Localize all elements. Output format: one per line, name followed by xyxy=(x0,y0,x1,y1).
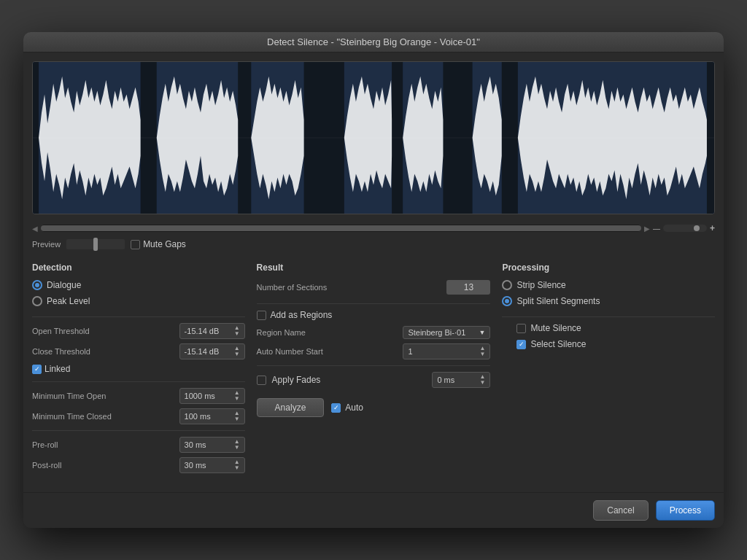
apply-fades-checkbox[interactable] xyxy=(257,376,266,385)
titlebar: Detect Silence - "Steinberg Big Orange -… xyxy=(23,32,724,52)
analyze-button[interactable]: Analyze xyxy=(257,398,325,417)
scroll-right-icon[interactable]: ▶ xyxy=(644,225,650,233)
pre-roll-value: 30 ms xyxy=(185,440,206,449)
min-time-closed-label: Minimum Time Closed xyxy=(32,412,112,421)
zoom-out-icon[interactable]: — xyxy=(653,225,660,233)
processing-divider xyxy=(502,316,715,317)
close-threshold-value: -15.14 dB xyxy=(185,347,220,356)
mute-silence-checkbox[interactable] xyxy=(516,324,526,333)
open-threshold-row: Open Threshold -15.14 dB ▲ ▼ xyxy=(32,323,245,339)
result-divider-2 xyxy=(257,365,491,366)
post-roll-stepper[interactable]: ▲ ▼ xyxy=(234,459,240,471)
split-silent-label: Split Silent Segments xyxy=(516,296,600,306)
apply-fades-stepper[interactable]: ▲ ▼ xyxy=(479,374,485,386)
min-time-open-value: 1000 ms xyxy=(185,392,215,400)
dialogue-radio[interactable]: Dialogue xyxy=(32,280,245,290)
auto-number-start-label: Auto Number Start xyxy=(257,347,323,356)
pre-roll-down[interactable]: ▼ xyxy=(234,445,240,451)
sections-badge: 13 xyxy=(446,280,490,295)
cancel-button[interactable]: Cancel xyxy=(593,500,648,521)
close-threshold-down[interactable]: ▼ xyxy=(234,351,240,357)
min-time-closed-value: 100 ms xyxy=(185,412,211,421)
open-threshold-stepper[interactable]: ▲ ▼ xyxy=(234,325,240,337)
select-silence-label: Select Silence xyxy=(530,339,586,349)
region-name-dropdown[interactable]: Steinberg Bi-·01 ▼ xyxy=(403,326,490,339)
panels-row: Detection Dialogue Peak Level Open Thres… xyxy=(32,257,715,483)
scrollbar-thumb xyxy=(41,225,641,231)
linked-label: Linked xyxy=(44,364,70,374)
min-time-open-label: Minimum Time Open xyxy=(32,392,106,400)
peak-level-radio[interactable]: Peak Level xyxy=(32,296,245,306)
region-name-label: Region Name xyxy=(257,328,306,337)
min-time-open-stepper[interactable]: ▲ ▼ xyxy=(234,390,240,402)
linked-checkbox[interactable] xyxy=(32,365,42,374)
waveform-svg xyxy=(33,62,714,214)
apply-fades-down[interactable]: ▼ xyxy=(479,380,485,386)
mute-silence-label: Mute Silence xyxy=(530,323,581,333)
close-threshold-row: Close Threshold -15.14 dB ▲ ▼ xyxy=(32,343,245,359)
split-silent-segments-radio[interactable]: Split Silent Segments xyxy=(502,296,715,306)
close-threshold-input[interactable]: -15.14 dB ▲ ▼ xyxy=(179,343,245,359)
open-threshold-down[interactable]: ▼ xyxy=(234,331,240,337)
min-time-open-down[interactable]: ▼ xyxy=(234,396,240,402)
add-as-regions-row[interactable]: Add as Regions xyxy=(257,310,491,320)
main-window: Detect Silence - "Steinberg Big Orange -… xyxy=(23,32,724,528)
result-divider-1 xyxy=(257,303,491,304)
open-threshold-label: Open Threshold xyxy=(32,327,90,335)
post-roll-down[interactable]: ▼ xyxy=(234,465,240,471)
processing-title: Processing xyxy=(502,262,715,273)
mute-gaps-control[interactable]: Mute Gaps xyxy=(131,239,186,249)
apply-fades-value: 0 ms xyxy=(437,376,454,384)
mute-gaps-checkbox[interactable] xyxy=(131,240,140,249)
strip-silence-radio[interactable]: Strip Silence xyxy=(502,280,715,290)
min-time-open-input[interactable]: 1000 ms ▲ ▼ xyxy=(179,388,245,404)
zoom-slider[interactable] xyxy=(663,225,707,232)
auto-checkbox[interactable] xyxy=(331,403,341,413)
auto-number-start-input[interactable]: 1 ▲ ▼ xyxy=(403,343,490,359)
apply-fades-label: Apply Fades xyxy=(272,375,321,385)
open-threshold-value: -15.14 dB xyxy=(185,327,220,335)
scroll-left-icon[interactable]: ◀ xyxy=(32,225,38,233)
dialogue-radio-circle xyxy=(32,280,42,290)
select-silence-row[interactable]: Select Silence xyxy=(502,339,715,349)
zoom-slider-thumb xyxy=(694,225,700,231)
waveform-display xyxy=(32,61,715,214)
sections-label: Number of Sections xyxy=(257,283,328,292)
mute-gaps-label: Mute Gaps xyxy=(143,239,186,249)
open-threshold-input[interactable]: -15.14 dB ▲ ▼ xyxy=(179,323,245,339)
auto-number-down[interactable]: ▼ xyxy=(479,351,485,357)
auto-label: Auto xyxy=(345,402,363,413)
zoom-in-icon[interactable]: + xyxy=(710,223,715,233)
preview-row: Preview Mute Gaps xyxy=(32,236,715,257)
preview-slider-thumb xyxy=(93,238,98,251)
select-silence-checkbox[interactable] xyxy=(516,340,526,349)
result-title: Result xyxy=(257,262,491,273)
close-threshold-stepper[interactable]: ▲ ▼ xyxy=(234,346,240,357)
apply-fades-row: Apply Fades 0 ms ▲ ▼ xyxy=(257,372,491,388)
min-time-closed-row: Minimum Time Closed 100 ms ▲ ▼ xyxy=(32,408,245,424)
preview-volume-slider[interactable] xyxy=(66,239,125,249)
zoom-controls: — + xyxy=(653,223,715,233)
region-name-row: Region Name Steinberg Bi-·01 ▼ xyxy=(257,326,491,339)
process-button[interactable]: Process xyxy=(656,500,715,521)
auto-number-stepper[interactable]: ▲ ▼ xyxy=(479,346,485,357)
min-time-closed-down[interactable]: ▼ xyxy=(234,416,240,422)
sections-row: Number of Sections 13 xyxy=(257,280,491,295)
dropdown-arrow-icon: ▼ xyxy=(479,329,485,336)
min-time-closed-stepper[interactable]: ▲ ▼ xyxy=(234,411,240,422)
post-roll-label: Post-roll xyxy=(32,461,61,470)
detection-title: Detection xyxy=(32,262,245,273)
post-roll-input[interactable]: 30 ms ▲ ▼ xyxy=(179,457,245,473)
auto-row[interactable]: Auto xyxy=(331,402,363,413)
add-as-regions-checkbox[interactable] xyxy=(257,311,266,320)
pre-roll-stepper[interactable]: ▲ ▼ xyxy=(234,439,240,451)
pre-roll-input[interactable]: 30 ms ▲ ▼ xyxy=(179,437,245,453)
apply-fades-input[interactable]: 0 ms ▲ ▼ xyxy=(432,372,490,388)
window-title: Detect Silence - "Steinberg Big Orange -… xyxy=(267,36,480,47)
divider-1 xyxy=(32,316,245,317)
mute-silence-row[interactable]: Mute Silence xyxy=(502,323,715,333)
min-time-closed-input[interactable]: 100 ms ▲ ▼ xyxy=(179,408,245,424)
detection-radio-group: Dialogue Peak Level xyxy=(32,280,245,306)
scrollbar-track[interactable] xyxy=(41,225,641,232)
linked-row[interactable]: Linked xyxy=(32,364,245,374)
